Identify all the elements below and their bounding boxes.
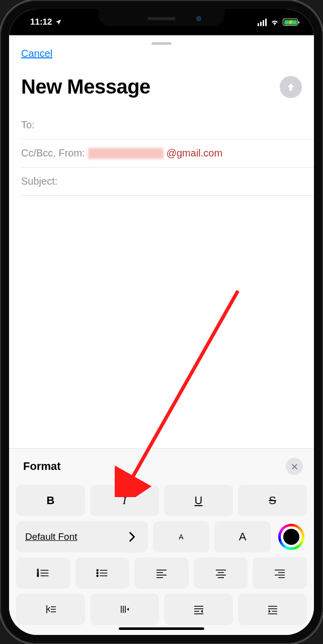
arrow-up-icon bbox=[285, 82, 296, 93]
cellular-signal-icon bbox=[258, 19, 267, 26]
decrease-indent-icon bbox=[192, 602, 206, 616]
bullet-list-button[interactable] bbox=[75, 557, 130, 589]
underline-button[interactable]: U bbox=[164, 485, 233, 516]
quote-level-button[interactable] bbox=[16, 594, 85, 625]
format-panel: Format B I U S Default Font A A bbox=[9, 448, 314, 635]
increase-indent-button[interactable] bbox=[238, 594, 307, 625]
svg-text:3: 3 bbox=[37, 574, 39, 577]
device-frame: 11:12 ⚡ Cancel New Message To: bbox=[0, 0, 323, 644]
bold-button[interactable]: B bbox=[16, 485, 85, 516]
wifi-icon bbox=[270, 19, 279, 26]
notch bbox=[99, 9, 224, 26]
align-right-button[interactable] bbox=[253, 557, 307, 589]
sheet-grabber[interactable] bbox=[151, 42, 172, 45]
decrease-indent-button[interactable] bbox=[164, 594, 233, 625]
numbered-list-icon: 123 bbox=[36, 566, 50, 580]
bullet-list-icon bbox=[95, 566, 109, 580]
screen: 11:12 ⚡ Cancel New Message To: bbox=[9, 9, 314, 635]
strikethrough-button[interactable]: S bbox=[238, 485, 307, 516]
subject-label: Subject: bbox=[21, 176, 57, 187]
quote-level-icon bbox=[44, 602, 58, 616]
subject-field[interactable]: Subject: bbox=[21, 168, 314, 196]
align-center-button[interactable] bbox=[194, 557, 248, 589]
align-center-icon bbox=[214, 566, 228, 580]
to-label: To: bbox=[21, 119, 35, 131]
message-body[interactable] bbox=[9, 196, 314, 448]
color-wheel-icon bbox=[278, 524, 304, 550]
numbered-list-button[interactable]: 123 bbox=[16, 557, 70, 589]
italic-button[interactable]: I bbox=[90, 485, 159, 516]
svg-point-8 bbox=[97, 575, 99, 577]
increase-indent-icon bbox=[266, 602, 280, 616]
home-indicator[interactable] bbox=[119, 627, 204, 630]
redacted-from-address bbox=[88, 148, 164, 159]
align-left-icon bbox=[154, 566, 169, 580]
to-field[interactable]: To: bbox=[21, 111, 314, 139]
page-title: New Message bbox=[21, 75, 150, 98]
ccbcc-from-field[interactable]: Cc/Bcc, From: @gmail.com bbox=[21, 139, 314, 168]
indent-style-button[interactable] bbox=[90, 594, 159, 625]
font-picker-button[interactable]: Default Font bbox=[16, 521, 148, 552]
font-size-smaller-button[interactable]: A bbox=[153, 521, 209, 552]
chevron-right-icon bbox=[125, 530, 139, 544]
font-label: Default Font bbox=[25, 531, 77, 542]
align-right-icon bbox=[273, 566, 287, 580]
font-size-larger-button[interactable]: A bbox=[214, 521, 271, 552]
close-format-button[interactable] bbox=[286, 458, 303, 475]
text-color-button[interactable] bbox=[276, 521, 307, 552]
status-time: 11:12 bbox=[30, 17, 52, 27]
format-title: Format bbox=[23, 460, 61, 473]
ccbcc-label: Cc/Bcc, From: bbox=[21, 147, 85, 159]
send-button[interactable] bbox=[280, 76, 302, 98]
svg-point-7 bbox=[97, 573, 99, 574]
cancel-button[interactable]: Cancel bbox=[21, 48, 52, 59]
align-left-button[interactable] bbox=[134, 557, 189, 589]
battery-icon: ⚡ bbox=[283, 19, 298, 26]
close-icon bbox=[291, 463, 298, 470]
svg-point-6 bbox=[97, 570, 99, 571]
location-icon bbox=[55, 19, 62, 26]
from-email-suffix: @gmail.com bbox=[167, 147, 222, 159]
indent-style-icon bbox=[118, 602, 132, 616]
